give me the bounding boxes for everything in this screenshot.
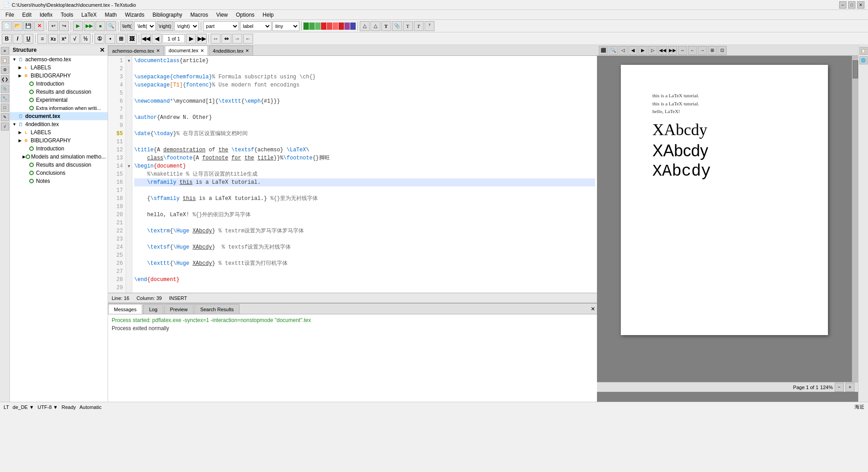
- size-select[interactable]: tiny: [272, 21, 299, 31]
- tab-close-document[interactable]: ✕: [200, 48, 204, 53]
- preview-btn-3[interactable]: ◁: [619, 46, 628, 55]
- menu-bibliography[interactable]: Bibliography: [149, 11, 186, 19]
- expand-results4nd[interactable]: [23, 162, 28, 168]
- preview-btn-5[interactable]: ▶: [638, 46, 647, 55]
- expand-bib1[interactable]: ▶: [17, 73, 23, 78]
- status-encoding[interactable]: UTF-8 ▼: [38, 404, 58, 410]
- label-select[interactable]: label: [240, 21, 271, 31]
- menu-options[interactable]: Options: [232, 11, 258, 19]
- play-next-btn[interactable]: ▶: [186, 34, 196, 44]
- sidebar-icon-1[interactable]: ≡: [1, 47, 9, 55]
- expand-extra[interactable]: [23, 105, 28, 111]
- right-select[interactable]: \right): [174, 21, 199, 31]
- menu-macros[interactable]: Macros: [187, 11, 212, 19]
- redo-button[interactable]: ↪: [59, 21, 69, 31]
- expand-conclusions[interactable]: [23, 170, 28, 176]
- preview-btn-8[interactable]: ▶▶: [668, 46, 677, 55]
- sync2-btn[interactable]: ⇔: [222, 34, 231, 44]
- text-bold-btn[interactable]: T: [381, 21, 391, 31]
- sync-btn[interactable]: ↔: [211, 34, 221, 44]
- stop-button[interactable]: ■: [95, 21, 105, 31]
- bottom-tab-search[interactable]: Search Results: [194, 304, 240, 314]
- sidebar-icon-7[interactable]: □: [1, 104, 9, 112]
- minimize-button[interactable]: ─: [839, 1, 846, 9]
- tree-item-conclusions[interactable]: Conclusions: [10, 169, 108, 177]
- structure-close-button[interactable]: ✕: [99, 46, 105, 54]
- expand-results1[interactable]: [23, 89, 28, 95]
- preview-btn-6[interactable]: ▷: [648, 46, 657, 55]
- editor-container[interactable]: 1 2 3 4 5 6 7 8 9 $5 11 12 13 14 15 16 1: [108, 56, 597, 293]
- color-btn-4[interactable]: [321, 23, 326, 30]
- fold-14[interactable]: ▼: [126, 162, 132, 170]
- expand-achemso[interactable]: ▼: [12, 57, 17, 62]
- tab-achemso[interactable]: achemso-demo.tex ✕: [108, 45, 164, 55]
- expand-labels2[interactable]: ▶: [17, 130, 23, 135]
- left-select[interactable]: \left(: [134, 21, 156, 31]
- zoom-out-btn[interactable]: −: [835, 383, 844, 392]
- color-btn-9[interactable]: [350, 23, 356, 30]
- expand-bib2[interactable]: ▶: [17, 138, 23, 143]
- run-compile-button[interactable]: ▶▶: [84, 21, 95, 31]
- bottom-close-button[interactable]: ✕: [591, 306, 595, 312]
- sidebar-icon-5[interactable]: 📎: [1, 85, 9, 93]
- preview-scrollbar[interactable]: [852, 56, 858, 382]
- tree-item-bibliography-1[interactable]: ▶ B BIBLIOGRAPHY: [10, 72, 108, 80]
- preview-btn-1[interactable]: ⬛: [599, 46, 608, 55]
- sidebar-icon-9[interactable]: √: [1, 123, 9, 131]
- right-icon-2[interactable]: 🌐: [859, 56, 868, 64]
- new-button[interactable]: 📄: [2, 21, 12, 31]
- expand-notes[interactable]: [23, 178, 28, 184]
- color-btn-2[interactable]: [309, 23, 315, 30]
- code-editor[interactable]: \documentclass{article} \usepackage{chem…: [132, 56, 597, 293]
- menu-math[interactable]: Math: [101, 11, 121, 19]
- tree-item-models[interactable]: ▶ Models and simulation metho...: [10, 153, 108, 161]
- preview-btn-7[interactable]: ◀◀: [658, 46, 667, 55]
- open-button[interactable]: 📂: [13, 21, 23, 31]
- preview-content[interactable]: this is a LaTeX tutorial. this is a LaTe…: [597, 56, 852, 382]
- frac-btn[interactable]: ½: [81, 34, 90, 44]
- preview-sync-btn[interactable]: ↔: [678, 46, 687, 55]
- undo-button[interactable]: ↩: [48, 21, 58, 31]
- color-btn-7[interactable]: [339, 23, 344, 30]
- tab-close-4nd[interactable]: ✕: [245, 48, 249, 53]
- tree-item-experimental[interactable]: Experimental: [10, 96, 108, 104]
- menu-idefix[interactable]: Idefix: [36, 11, 56, 19]
- goto-btn[interactable]: →: [232, 34, 242, 44]
- preview-search-button[interactable]: 🔍: [609, 46, 618, 55]
- sidebar-icon-4[interactable]: ❮❯: [1, 75, 9, 83]
- tab-document[interactable]: document.tex ✕: [165, 45, 208, 55]
- preview-btn-10[interactable]: ←: [688, 46, 697, 55]
- tab-4nd[interactable]: 4ndedition.tex ✕: [209, 45, 253, 55]
- align-fmt-btn[interactable]: ≡: [37, 34, 47, 44]
- close-doc-button[interactable]: ✕: [34, 21, 44, 31]
- preview-btn-12[interactable]: ⊞: [708, 46, 717, 55]
- enum-btn[interactable]: ①: [95, 34, 104, 44]
- tree-item-results-4nd[interactable]: Results and discussion: [10, 161, 108, 169]
- item-btn[interactable]: •: [105, 34, 115, 44]
- preview-btn-11[interactable]: →: [698, 46, 707, 55]
- footnote-btn[interactable]: ᵀ: [425, 21, 434, 31]
- tree-item-bibliography-2[interactable]: ▶ B BIBLIOGRAPHY: [10, 136, 108, 145]
- menu-help[interactable]: Help: [259, 11, 277, 19]
- tree-item-intro-1[interactable]: Introduction: [10, 80, 108, 88]
- right-button[interactable]: \right): [157, 21, 173, 31]
- expand-exp[interactable]: [23, 97, 28, 103]
- bottom-tab-preview[interactable]: Preview: [164, 304, 194, 314]
- color-btn-6[interactable]: [333, 23, 338, 30]
- tree-item-extra[interactable]: Extra information when writi...: [10, 104, 108, 112]
- triangle-btn-2[interactable]: △: [371, 21, 380, 31]
- bottom-tab-log[interactable]: Log: [143, 304, 163, 314]
- tree-item-labels-2[interactable]: ▶ L LABELS: [10, 128, 108, 136]
- expand-intro1[interactable]: [23, 81, 28, 86]
- maximize-button[interactable]: □: [848, 1, 855, 9]
- left-button[interactable]: \left(: [120, 21, 133, 31]
- search-button[interactable]: 🔍: [106, 21, 116, 31]
- tree-item-results-1[interactable]: Results and discussion: [10, 88, 108, 96]
- right-icon-1[interactable]: 📋: [859, 47, 868, 55]
- menu-latex[interactable]: LaTeX: [78, 11, 100, 19]
- sidebar-icon-3[interactable]: ⚙: [1, 66, 9, 74]
- figure-btn[interactable]: 🖼: [127, 34, 137, 44]
- italic-button[interactable]: I: [13, 34, 23, 44]
- fold-1[interactable]: ▼: [126, 57, 132, 65]
- expand-4nd[interactable]: ▼: [12, 122, 17, 127]
